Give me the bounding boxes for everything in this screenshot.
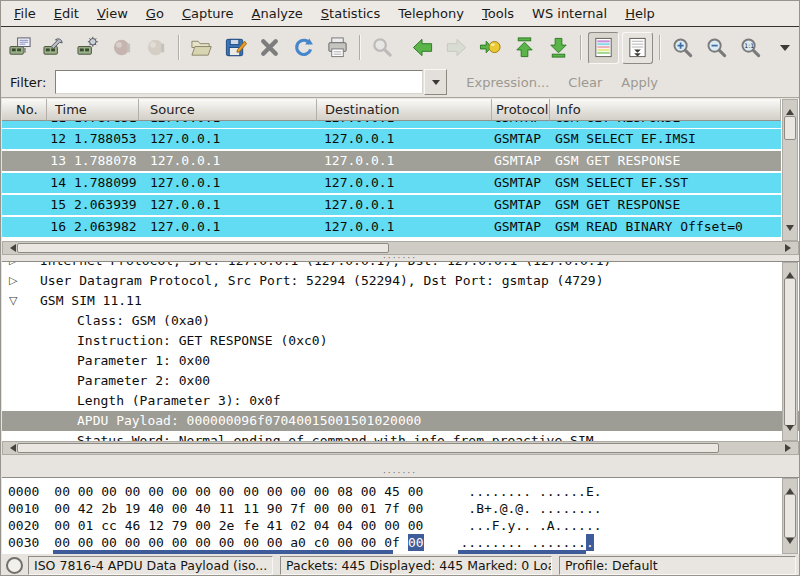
find-packet-icon[interactable] bbox=[367, 32, 398, 64]
packet-bytes-pane[interactable]: 000000 00 00 00 00 00 00 0000 00 00 00 0… bbox=[2, 477, 799, 554]
filter-bar: Filter: Expression... Clear Apply bbox=[1, 67, 799, 98]
scrollbar-thumb[interactable] bbox=[17, 243, 389, 253]
hex-row[interactable]: 001000 42 2b 19 40 00 40 1111 90 7f 00 0… bbox=[2, 500, 799, 517]
packet-rows: 11 1.787851 127.0.0.1 127.0.0.1 GSMTAP G… bbox=[2, 121, 781, 241]
detail-row-length[interactable]: Length (Parameter 3): 0x0f bbox=[2, 391, 799, 411]
menu-file[interactable]: File bbox=[5, 2, 45, 25]
scrollbar-thumb[interactable] bbox=[784, 494, 796, 538]
hex-row[interactable]: 003000 00 00 00 00 00 00 0000 00 a0 c0 0… bbox=[2, 534, 799, 551]
packet-row[interactable]: 16 2.063982 127.0.0.1 127.0.0.1 GSMTAP G… bbox=[2, 217, 781, 239]
menu-view[interactable]: View bbox=[88, 2, 137, 25]
go-to-bottom-icon[interactable] bbox=[543, 32, 574, 64]
status-bar: ISO 7816-4 APDU Data Payload (iso... Pac… bbox=[1, 554, 799, 576]
zoom-out-icon[interactable] bbox=[701, 32, 732, 64]
hex-row[interactable]: 000000 00 00 00 00 00 00 0000 00 00 00 0… bbox=[2, 483, 799, 500]
menu-statistics[interactable]: Statistics bbox=[312, 2, 389, 25]
packet-row[interactable]: 12 1.788053 127.0.0.1 127.0.0.1 GSMTAP G… bbox=[2, 129, 781, 151]
packet-list-vscrollbar[interactable] bbox=[782, 99, 798, 241]
splitter-grip-icon: ······· bbox=[383, 256, 417, 260]
column-header-destination[interactable]: Destination bbox=[317, 99, 492, 121]
main-toolbar: 1:1 bbox=[1, 28, 799, 67]
menu-help[interactable]: Help bbox=[616, 2, 664, 25]
packet-row-selected[interactable]: 13 1.788078 127.0.0.1 127.0.0.1 GSMTAP G… bbox=[2, 151, 781, 173]
interface-list-icon[interactable] bbox=[5, 32, 36, 64]
detail-row-clipped[interactable]: Internet Protocol, Src: 127.0.0.1 (127.0… bbox=[2, 262, 799, 271]
apply-button[interactable]: Apply bbox=[621, 75, 658, 90]
scrollbar-thumb[interactable] bbox=[784, 116, 796, 140]
wireshark-window: File Edit View Go Capture Analyze Statis… bbox=[0, 0, 800, 576]
detail-row-apdu-payload-selected[interactable]: APDU Payload: 000000096f0704001500150102… bbox=[2, 411, 799, 431]
expert-info-icon[interactable] bbox=[6, 557, 23, 574]
svg-text:1:1: 1:1 bbox=[744, 42, 754, 49]
detail-row-instruction[interactable]: Instruction: GET RESPONSE (0xc0) bbox=[2, 331, 799, 351]
scrollbar-thumb[interactable] bbox=[784, 278, 796, 426]
scroll-right-icon[interactable] bbox=[785, 444, 795, 452]
close-capture-icon[interactable] bbox=[254, 32, 285, 64]
go-to-packet-icon[interactable] bbox=[475, 32, 506, 64]
expander-icon[interactable] bbox=[9, 291, 17, 311]
scroll-up-icon[interactable] bbox=[786, 484, 794, 494]
reload-icon[interactable] bbox=[288, 32, 319, 64]
save-capture-icon[interactable] bbox=[220, 32, 251, 64]
packet-row[interactable]: 15 2.063939 127.0.0.1 127.0.0.1 GSMTAP G… bbox=[2, 195, 781, 217]
profile-panel[interactable]: Profile: Default bbox=[559, 556, 796, 575]
expander-icon[interactable] bbox=[9, 271, 17, 291]
packet-row[interactable]: 14 1.788099 127.0.0.1 127.0.0.1 GSMTAP G… bbox=[2, 173, 781, 195]
zoom-normal-icon[interactable]: 1:1 bbox=[735, 32, 766, 64]
zoom-in-icon[interactable] bbox=[667, 32, 698, 64]
menu-go[interactable]: Go bbox=[137, 2, 173, 25]
clear-button[interactable]: Clear bbox=[568, 75, 602, 90]
filter-input[interactable] bbox=[55, 70, 423, 94]
detail-row-parameter1[interactable]: Parameter 1: 0x00 bbox=[2, 351, 799, 371]
expander-icon[interactable] bbox=[9, 262, 17, 271]
menu-edit[interactable]: Edit bbox=[45, 2, 88, 25]
filter-dropdown-button[interactable] bbox=[424, 69, 447, 95]
capture-restart-icon[interactable] bbox=[141, 32, 172, 64]
go-forward-icon[interactable] bbox=[441, 32, 472, 64]
menu-tools[interactable]: Tools bbox=[473, 2, 523, 25]
scroll-down-icon[interactable] bbox=[786, 225, 794, 235]
column-header-info[interactable]: Info bbox=[550, 99, 781, 121]
capture-options-icon[interactable] bbox=[39, 32, 70, 64]
detail-row-parameter2[interactable]: Parameter 2: 0x00 bbox=[2, 371, 799, 391]
packet-details-pane: Internet Protocol, Src: 127.0.0.1 (127.0… bbox=[2, 261, 799, 455]
menu-bar: File Edit View Go Capture Analyze Statis… bbox=[1, 1, 799, 27]
go-to-top-icon[interactable] bbox=[509, 32, 540, 64]
detail-row-class[interactable]: Class: GSM (0xa0) bbox=[2, 311, 799, 331]
detail-row-udp[interactable]: User Datagram Protocol, Src Port: 52294 … bbox=[2, 271, 799, 291]
column-header-no[interactable]: No. bbox=[2, 99, 47, 121]
column-header-protocol[interactable]: Protocol bbox=[492, 99, 550, 121]
scroll-up-icon[interactable] bbox=[786, 105, 794, 115]
capture-stop-icon[interactable] bbox=[107, 32, 138, 64]
auto-scroll-toggle-icon[interactable] bbox=[622, 32, 653, 64]
print-icon[interactable] bbox=[322, 32, 353, 64]
capture-start-icon[interactable] bbox=[73, 32, 104, 64]
scroll-left-icon[interactable] bbox=[6, 244, 16, 252]
go-back-icon[interactable] bbox=[407, 32, 438, 64]
menu-analyze[interactable]: Analyze bbox=[243, 2, 312, 25]
detail-row-gsm-sim[interactable]: GSM SIM 11.11 bbox=[2, 291, 799, 311]
menu-ws-internal[interactable]: WS internal bbox=[523, 2, 616, 25]
menu-telephony[interactable]: Telephony bbox=[389, 2, 473, 25]
colorize-toggle-icon[interactable] bbox=[588, 32, 619, 64]
scroll-up-icon[interactable] bbox=[786, 268, 794, 278]
scrollbar-thumb[interactable] bbox=[17, 443, 719, 453]
scroll-down-icon[interactable] bbox=[786, 538, 794, 548]
details-vscrollbar[interactable] bbox=[782, 262, 798, 441]
toolbar-separator bbox=[178, 35, 180, 60]
scroll-down-icon[interactable] bbox=[786, 425, 794, 435]
column-header-source[interactable]: Source bbox=[139, 99, 317, 121]
field-status-panel: ISO 7816-4 APDU Data Payload (iso... bbox=[28, 556, 273, 575]
pane-splitter[interactable]: ······· bbox=[1, 469, 799, 477]
scroll-right-icon[interactable] bbox=[785, 244, 795, 252]
expression-button[interactable]: Expression... bbox=[466, 75, 549, 90]
hex-row[interactable]: 002000 01 cc 46 12 79 00 2efe 41 02 04 0… bbox=[2, 517, 799, 534]
details-hscrollbar[interactable] bbox=[2, 441, 799, 455]
toolbar-overflow-icon[interactable] bbox=[779, 40, 791, 55]
menu-capture[interactable]: Capture bbox=[173, 2, 243, 25]
column-header-time[interactable]: Time bbox=[47, 99, 139, 121]
packet-row-clipped[interactable]: 11 1.787851 127.0.0.1 127.0.0.1 GSMTAP G… bbox=[2, 121, 781, 129]
open-capture-icon[interactable] bbox=[186, 32, 217, 64]
scroll-left-icon[interactable] bbox=[6, 444, 16, 452]
bytes-vscrollbar[interactable] bbox=[782, 478, 798, 554]
